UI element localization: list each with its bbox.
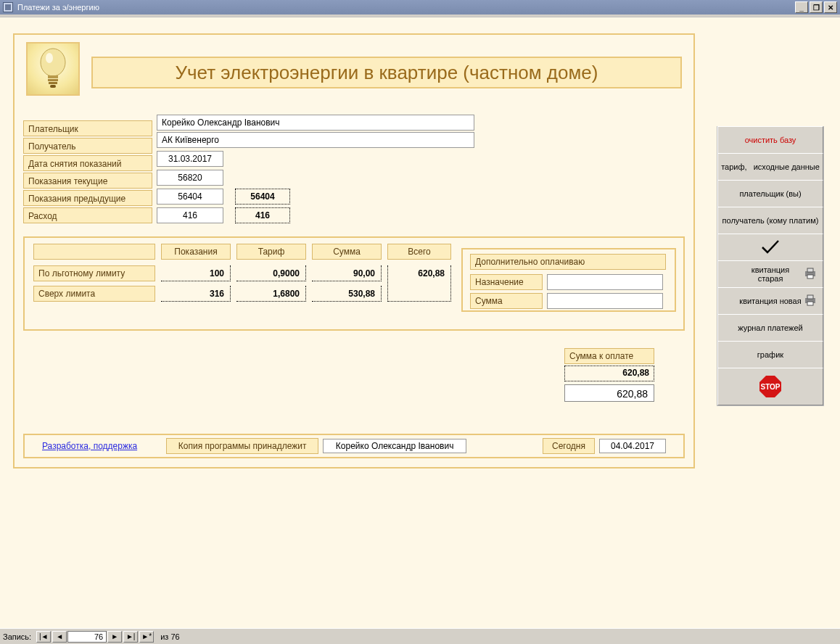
svg-rect-5 [49, 82, 57, 84]
additional-sum-input[interactable] [547, 293, 663, 309]
calc-frame: Показания Тариф Сумма Всего По льготному… [23, 236, 685, 331]
record-navigator: Запись: |◄ ◄ ► ►| ►* из 76 [0, 628, 840, 644]
ok-button[interactable] [717, 234, 823, 261]
window-restore-button[interactable]: ❐ [810, 1, 823, 13]
lightbulb-icon [26, 42, 80, 96]
svg-point-2 [46, 53, 53, 63]
window-minimize-button[interactable]: _ [795, 1, 808, 13]
summary-final[interactable]: 620,88 [564, 384, 654, 402]
field-previous[interactable]: 56404 [157, 189, 223, 205]
calc-row1-tariff: 1,6800 [236, 286, 306, 302]
sidebar-buttons: очистить базу тариф, исходные данные пла… [717, 126, 824, 406]
receipt-old-button[interactable]: квитанция старая [717, 260, 823, 288]
journal-button[interactable]: журнал платежей [717, 314, 823, 342]
copy-label: Копия программы принадлежит [166, 438, 318, 454]
calc-total: 620,88 [387, 265, 451, 302]
svg-rect-6 [50, 85, 56, 88]
label-read-date: Дата снятия показаний [23, 155, 152, 171]
label-current: Показания текущие [23, 173, 152, 189]
field-current[interactable]: 56820 [157, 170, 223, 186]
window-title: Платежи за э/энергию [17, 3, 99, 12]
field-read-date[interactable]: 31.03.2017 [157, 151, 223, 167]
calc-blank-header [33, 244, 155, 260]
field-consumption-copy: 416 [235, 207, 290, 223]
recnav-prev-button[interactable]: ◄ [52, 631, 67, 643]
recnav-current-input[interactable] [67, 631, 107, 643]
recnav-next-button[interactable]: ► [107, 631, 122, 643]
calc-row0-label: По льготному лимиту [33, 265, 155, 281]
field-previous-copy: 56404 [235, 189, 290, 205]
svg-rect-8 [807, 268, 813, 272]
calc-header-total: Всего [387, 244, 451, 260]
calc-row0-amount: 90,00 [312, 265, 382, 281]
field-payer[interactable]: Корейко Олександр Іванович [157, 115, 474, 131]
additional-title: Дополнительно оплачиваю [470, 254, 666, 270]
main-frame: Учет электроэнергии в квартире (частном … [13, 33, 695, 468]
copy-owner: Корейко Олександр Іванович [323, 439, 466, 453]
today-label: Сегодня [543, 438, 595, 454]
window-titlebar: Платежи за э/энергию _ ❐ ✕ [0, 0, 840, 15]
stop-icon: STOP [759, 376, 781, 397]
recnav-of: из 76 [160, 632, 179, 641]
calc-header-tariff: Тариф [236, 244, 306, 260]
stop-button[interactable]: STOP [717, 368, 823, 405]
field-consumption[interactable]: 416 [157, 207, 223, 223]
window-sysmenu-icon[interactable] [3, 2, 13, 12]
recnav-first-button[interactable]: |◄ [36, 631, 51, 643]
label-payer: Плательщик [23, 120, 152, 136]
today-value: 04.04.2017 [599, 439, 666, 453]
label-recipient: Получатель [23, 138, 152, 154]
additional-sum-label: Сумма [470, 293, 543, 309]
svg-rect-11 [807, 295, 813, 299]
label-consumption: Расход [23, 207, 152, 223]
recipient-button[interactable]: получатель (кому платим) [717, 207, 823, 234]
dev-support-link[interactable]: Разработка, поддержка [42, 441, 137, 451]
recnav-label: Запись: [3, 632, 31, 641]
calc-header-readings: Показания [161, 244, 231, 260]
chart-button[interactable]: график [717, 341, 823, 368]
recnav-last-button[interactable]: ►| [123, 631, 138, 643]
footer-bar: Разработка, поддержка Копия программы пр… [23, 434, 685, 458]
additional-purpose-input[interactable] [547, 274, 663, 290]
svg-rect-12 [807, 302, 813, 305]
svg-rect-9 [807, 275, 813, 278]
form-canvas: Учет электроэнергии в квартире (частном … [0, 17, 840, 628]
calc-row1-label: Сверх лимита [33, 286, 155, 302]
calc-row1-readings: 316 [161, 286, 231, 302]
additional-frame: Дополнительно оплачиваю Назначение Сумма [461, 248, 676, 312]
receipt-new-button[interactable]: квитанция новая [717, 287, 823, 315]
window-close-button[interactable]: ✕ [824, 1, 837, 13]
recnav-new-button[interactable]: ►* [139, 631, 154, 643]
checkmark-icon [760, 239, 781, 256]
tariff-button[interactable]: тариф, исходные данные [717, 153, 823, 181]
calc-row1-amount: 530,88 [312, 286, 382, 302]
clear-db-button[interactable]: очистить базу [717, 126, 823, 154]
printer-icon [804, 268, 817, 281]
calc-header-amount: Сумма [312, 244, 382, 260]
calc-row0-tariff: 0,9000 [236, 265, 306, 281]
page-title: Учет электроэнергии в квартире (частном … [91, 57, 682, 88]
printer-icon [804, 294, 817, 307]
summary-calc: 620,88 [564, 366, 654, 381]
additional-purpose-label: Назначение [470, 274, 543, 290]
svg-rect-4 [48, 79, 58, 81]
calc-row0-readings: 100 [161, 265, 231, 281]
label-previous: Показания предыдущие [23, 190, 152, 206]
svg-rect-3 [48, 75, 58, 78]
summary-label: Сумма к оплате [564, 348, 654, 364]
svg-rect-0 [5, 4, 11, 10]
svg-point-1 [41, 49, 65, 76]
field-recipient[interactable]: АК Київенерго [157, 132, 474, 148]
payer-button[interactable]: плательщик (вы) [717, 180, 823, 207]
